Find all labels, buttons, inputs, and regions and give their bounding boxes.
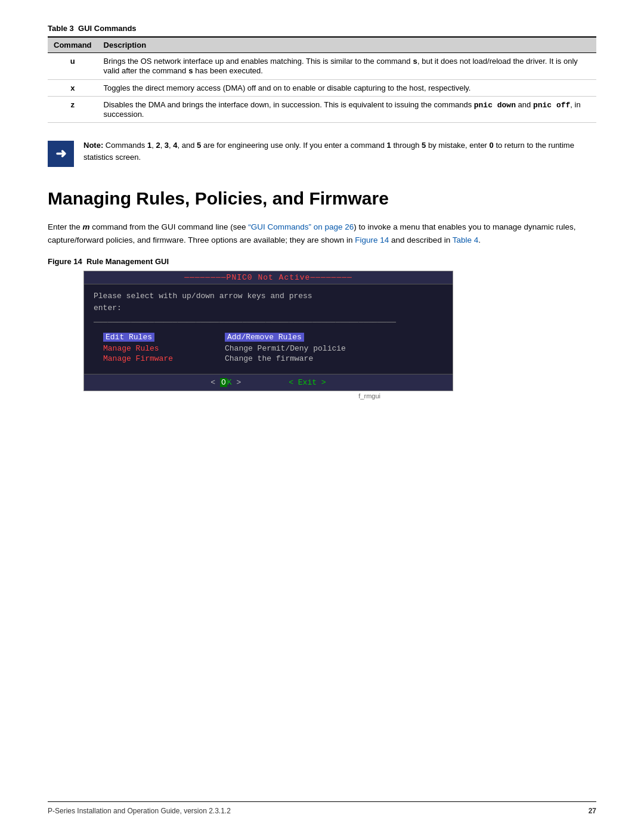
menu-row-1: Edit Rules Add/Remove Rules [94,333,443,342]
desc-x: Toggles the direct memory access (DMA) o… [98,80,596,97]
menu-manage-rules[interactable]: Manage Rules [103,344,159,353]
figure-small-label: f_rmgui [48,392,382,400]
note-box: ➜ Note: Commands 1, 2, 3, 4, and 5 are f… [48,140,596,167]
col-header-command: Command [48,37,98,53]
menu-manage-firmware[interactable]: Manage Firmware [103,354,173,363]
page-footer: P-Series Installation and Operation Guid… [48,801,596,815]
table-title: GUI Commands [78,24,137,33]
terminal-title-not: PNIC0 Not Active [227,273,311,282]
desc-z: Disables the DMA and brings the interfac… [98,97,596,123]
terminal-title-bar: ────────PNIC0 Not Active──────── [84,271,453,284]
terminal-divider: ────────────────────────────────────────… [94,317,443,329]
footer-left-text: P-Series Installation and Operation Guid… [48,807,231,815]
terminal-bottom-bar: < OK > < Exit > [84,374,453,391]
col-header-description: Description [98,37,596,53]
terminal-prompt-line1: Please select with up/down arrow keys an… [94,290,443,302]
ok-button[interactable]: < OK > [210,378,241,387]
cmd-z: z [48,97,98,123]
terminal-prompt-line2: enter: [94,302,443,314]
cmd-u: u [48,53,98,80]
menu-change-firmware: Change the firmware [225,354,313,363]
section-heading: Managing Rules, Policies, and Firmware [48,188,596,209]
table-number: Table 3 [48,24,74,33]
desc-u: Brings the OS network interface up and e… [98,53,596,80]
body-paragraph: Enter the m command from the GUI command… [48,221,596,246]
figure-number: Figure 14 [48,257,82,266]
terminal-body: Please select with up/down arrow keys an… [84,284,453,373]
table-row: x Toggles the direct memory access (DMA)… [48,80,596,97]
menu-change-permit-deny: Change Permit/Deny policie [225,344,346,353]
figure-title: Rule Management GUI [86,257,169,266]
table-label: Table 3 GUI Commands [48,24,596,33]
gui-commands-table: Command Description u Brings the OS netw… [48,36,596,123]
figure14-link[interactable]: Figure 14 [355,236,389,244]
table-row: u Brings the OS network interface up and… [48,53,596,80]
figure-label: Figure 14 Rule Management GUI [48,257,596,266]
menu-edit-rules[interactable]: Edit Rules [103,333,154,342]
table4-link[interactable]: Table 4 [453,236,479,244]
note-arrow-icon: ➜ [48,141,74,167]
menu-row-3: Manage Firmware Change the firmware [94,354,443,363]
exit-button[interactable]: < Exit > [289,378,326,387]
page-number: 27 [589,807,596,815]
cmd-x: x [48,80,98,97]
table-row: z Disables the DMA and brings the interf… [48,97,596,123]
gui-commands-link[interactable]: “GUI Commands” on page 26 [248,222,354,231]
menu-row-2: Manage Rules Change Permit/Deny policie [94,344,443,353]
terminal-screenshot: ────────PNIC0 Not Active──────── Please … [83,271,453,391]
menu-add-remove-rules[interactable]: Add/Remove Rules [225,333,304,342]
note-text: Note: Commands 1, 2, 3, 4, and 5 are for… [83,140,596,163]
